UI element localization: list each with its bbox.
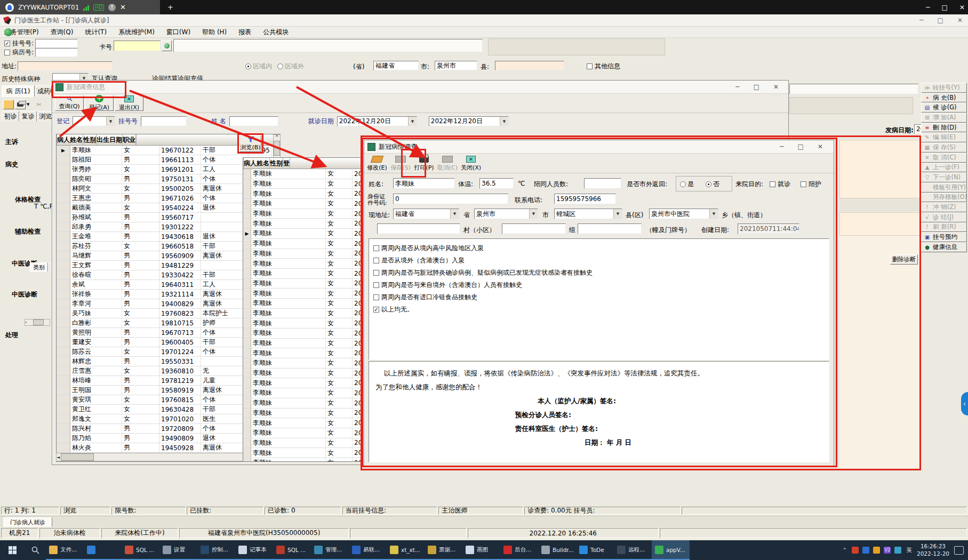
table-row[interactable]: 李顺妹 女 202: [243, 418, 362, 428]
dlg2-minimize-icon[interactable]: ─: [780, 143, 783, 150]
menu-item[interactable]: 统计(T): [85, 28, 107, 37]
visit-date-combo-2[interactable]: 2022年12月20日▼: [429, 116, 509, 126]
row-selector[interactable]: [243, 199, 251, 209]
column-header[interactable]: 出生日期: [97, 134, 123, 145]
city-combo[interactable]: 泉州市▼: [474, 209, 538, 219]
delete-diagnosis-button[interactable]: 删除诊断: [890, 254, 918, 265]
row-selector[interactable]: [57, 414, 70, 423]
taskbar-app-button[interactable]: 易联...: [349, 540, 387, 560]
tcm-tab-category[interactable]: 类别: [30, 262, 48, 272]
row-selector[interactable]: ▶: [243, 229, 251, 238]
table-row[interactable]: 李顺妹 女 202: [243, 239, 362, 249]
taskbar-app-button[interactable]: 票据...: [425, 540, 462, 560]
rdp-minimize-icon[interactable]: ─: [926, 4, 930, 11]
table-row[interactable]: 李顺妹 女 202: [243, 398, 362, 409]
action-button[interactable]: ≫ 转挂号(Y): [921, 83, 967, 93]
name-field[interactable]: 李顺妹: [393, 178, 455, 189]
table-row[interactable]: 李顺妹 女 202: [243, 259, 362, 269]
column-header[interactable]: [136, 134, 137, 145]
visit-date-combo-1[interactable]: 2022年12月20日▼: [337, 116, 417, 126]
tray-icon[interactable]: [852, 547, 859, 554]
covid-investigation-titlebar[interactable]: 新冠病情调查 ─ □ ✕: [364, 140, 834, 154]
row-selector[interactable]: [57, 376, 70, 385]
print-dropdown-icon[interactable]: ▼: [27, 102, 29, 107]
taskbar-app-button[interactable]: 后台...: [500, 540, 538, 560]
action-button[interactable]: ▤ 候 诊(G): [921, 102, 967, 113]
village-field[interactable]: [377, 223, 460, 234]
row-selector[interactable]: [243, 279, 251, 289]
row-selector[interactable]: [57, 366, 70, 375]
regno-checkbox[interactable]: ✓: [4, 41, 10, 46]
tab-western-medicine[interactable]: 西成药(2: [36, 85, 52, 97]
table-row[interactable]: 李顺妹 女 202: [243, 299, 362, 309]
row-selector[interactable]: [57, 299, 70, 308]
row-selector[interactable]: [243, 348, 251, 358]
register-button[interactable]: + 登记(A): [85, 95, 114, 111]
phone-field[interactable]: 15959575966: [554, 194, 616, 204]
row-selector[interactable]: [243, 169, 251, 179]
taskbar-app-button[interactable]: SQL ...: [273, 540, 311, 560]
table-row[interactable]: 李顺妹 女 202: [243, 438, 362, 449]
action-button[interactable]: ! 刷 新(R): [921, 222, 967, 233]
table-row[interactable]: 李顺妹 女 202: [243, 199, 362, 209]
taskbar-app-button[interactable]: 文件...: [46, 540, 84, 560]
row-selector[interactable]: [243, 409, 251, 418]
table-row[interactable]: 李顺妹 女 202: [243, 249, 362, 259]
house-field[interactable]: [578, 223, 642, 234]
row-selector[interactable]: [243, 378, 251, 388]
caseno-input[interactable]: [35, 48, 78, 57]
out-city-no[interactable]: 否: [706, 180, 719, 189]
menu-item[interactable]: 窗口(W): [166, 28, 190, 37]
table-row[interactable]: 李顺妹 女 202: [243, 279, 362, 289]
dlg1-regno-input[interactable]: [141, 116, 187, 126]
table-row[interactable]: 李顺妹 女 202: [243, 169, 362, 179]
new-session-button[interactable]: +: [167, 3, 173, 11]
visit-tab[interactable]: 初诊: [2, 111, 19, 122]
row-selector[interactable]: [243, 239, 251, 249]
row-selector[interactable]: [243, 339, 251, 348]
taskbar-clock[interactable]: 16:26:23 2022-12-20: [917, 543, 949, 557]
taskbar-app-button[interactable]: 记事本: [235, 540, 273, 560]
action-button[interactable]: ≡ 刪 除(D): [921, 123, 967, 133]
question-checkbox[interactable]: ✓: [373, 307, 379, 313]
question-checkbox[interactable]: [373, 270, 379, 276]
row-selector[interactable]: [57, 347, 70, 356]
notification-center-icon[interactable]: [954, 546, 964, 555]
save-button[interactable]: 保存(S): [390, 156, 411, 172]
table-row[interactable]: 李顺妹 女 202: [243, 179, 362, 189]
row-selector[interactable]: [57, 213, 70, 222]
question-row[interactable]: 是否从境外（含港澳台）入泉: [373, 254, 825, 267]
table-row[interactable]: 李顺妹 女 202: [243, 448, 362, 458]
table-row[interactable]: 李顺妹 女 202: [243, 339, 362, 349]
tray-icon[interactable]: [894, 547, 901, 554]
table-row[interactable]: 李顺妹 女 202: [243, 289, 362, 299]
question-row[interactable]: ✓ 以上均无。: [373, 303, 825, 316]
taskbar-app-button[interactable]: 管理...: [311, 540, 349, 560]
action-button[interactable]: ▣ 挂号预约: [921, 232, 967, 242]
column-header[interactable]: 职业: [123, 134, 136, 145]
table-row[interactable]: 李顺妹 女 202: [243, 219, 362, 229]
address-input[interactable]: [18, 61, 113, 71]
row-selector[interactable]: [243, 428, 251, 438]
taskbar-app-button[interactable]: 设置: [159, 540, 197, 560]
question-checkbox[interactable]: [373, 258, 379, 263]
tray-icon[interactable]: ^: [841, 547, 848, 554]
open-folder-icon[interactable]: [3, 100, 14, 109]
question-checkbox[interactable]: [373, 245, 379, 251]
tray-icon[interactable]: [873, 547, 880, 554]
column-header[interactable]: 病人姓名: [57, 134, 83, 145]
left-hscrollbar[interactable]: ‹: [25, 319, 50, 326]
table-row[interactable]: 李顺妹 女 202: [243, 358, 362, 369]
browse-button[interactable]: 浏览(B): [239, 135, 261, 152]
row-selector[interactable]: [243, 269, 251, 278]
companion-field[interactable]: [584, 178, 621, 189]
print-button[interactable]: 打印(P): [413, 156, 435, 172]
dlg2-close-icon[interactable]: ✕: [818, 143, 823, 150]
purpose-escort[interactable]: 陪护: [801, 180, 821, 189]
question-checkbox[interactable]: [373, 294, 379, 300]
row-selector[interactable]: [243, 398, 251, 408]
dlg1-maximize-icon[interactable]: □: [754, 83, 759, 91]
dlg1-minimize-icon[interactable]: ─: [735, 83, 739, 91]
taskbar-app-button[interactable]: 控制...: [197, 540, 235, 560]
action-button[interactable]: 模板引用(Y): [921, 182, 967, 193]
